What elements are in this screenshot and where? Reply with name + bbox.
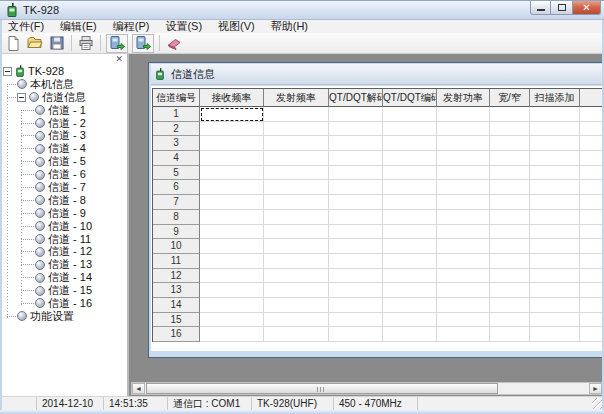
row-number-cell[interactable]: 3 xyxy=(153,136,200,151)
wide-narrow-cell[interactable] xyxy=(490,210,530,225)
row-number-cell[interactable]: 2 xyxy=(153,122,200,137)
compander-cell[interactable] xyxy=(580,269,604,284)
tx-power-cell[interactable] xyxy=(437,210,490,225)
title-bar[interactable]: TK-928 ✕ xyxy=(0,0,604,20)
qt-dqt-encode-cell[interactable] xyxy=(383,136,437,151)
tree-item[interactable]: 信道 - 15 xyxy=(0,284,127,297)
qt-dqt-encode-cell[interactable] xyxy=(383,239,437,254)
qt-dqt-encode-cell[interactable] xyxy=(383,269,437,284)
qt-dqt-encode-cell[interactable] xyxy=(383,195,437,210)
qt-dqt-encode-cell[interactable] xyxy=(383,225,437,240)
rx-frequency-cell[interactable] xyxy=(200,269,264,284)
compander-cell[interactable] xyxy=(580,239,604,254)
wide-narrow-cell[interactable] xyxy=(490,136,530,151)
tx-power-cell[interactable] xyxy=(437,195,490,210)
rx-frequency-cell[interactable] xyxy=(200,298,264,313)
tx-power-cell[interactable] xyxy=(437,180,490,195)
tx-frequency-cell[interactable] xyxy=(264,210,329,225)
menu-item[interactable]: 设置(S) xyxy=(157,20,210,33)
scan-add-cell[interactable] xyxy=(530,225,580,240)
tree-item[interactable]: 信道 - 12 xyxy=(0,245,127,258)
row-number-cell[interactable]: 14 xyxy=(153,298,200,313)
wide-narrow-cell[interactable] xyxy=(490,151,530,166)
collapse-minus-icon[interactable] xyxy=(17,93,26,102)
print-button[interactable] xyxy=(75,34,97,53)
wide-narrow-cell[interactable] xyxy=(490,122,530,137)
tree-item[interactable]: 信道 - 11 xyxy=(0,233,127,246)
rx-frequency-cell[interactable] xyxy=(200,166,264,181)
compander-cell[interactable] xyxy=(580,298,604,313)
compander-cell[interactable] xyxy=(580,195,604,210)
tree-item[interactable]: 信道 - 8 xyxy=(0,194,127,207)
rx-frequency-cell[interactable] xyxy=(200,136,264,151)
row-number-cell[interactable]: 13 xyxy=(153,283,200,298)
menu-item[interactable]: 帮助(H) xyxy=(263,20,316,33)
scan-add-cell[interactable] xyxy=(530,166,580,181)
scan-add-cell[interactable] xyxy=(530,327,580,342)
qt-dqt-encode-cell[interactable] xyxy=(383,298,437,313)
save-file-button[interactable] xyxy=(46,34,68,53)
qt-dqt-encode-cell[interactable] xyxy=(383,180,437,195)
wide-narrow-cell[interactable] xyxy=(490,166,530,181)
menu-item[interactable]: 文件(F) xyxy=(0,20,52,33)
scan-add-cell[interactable] xyxy=(530,107,580,122)
row-number-cell[interactable]: 12 xyxy=(153,269,200,284)
qt-dqt-decode-cell[interactable] xyxy=(329,298,383,313)
wide-narrow-cell[interactable] xyxy=(490,327,530,342)
tx-power-cell[interactable] xyxy=(437,225,490,240)
eraser-button[interactable] xyxy=(163,34,185,53)
scan-add-cell[interactable] xyxy=(530,313,580,328)
compander-cell[interactable] xyxy=(580,254,604,269)
close-button[interactable]: ✕ xyxy=(572,1,601,15)
tx-frequency-cell[interactable] xyxy=(264,239,329,254)
rx-frequency-cell[interactable] xyxy=(200,151,264,166)
scrollbar-thumb[interactable] xyxy=(146,383,498,394)
tx-power-cell[interactable] xyxy=(437,269,490,284)
qt-dqt-encode-cell[interactable] xyxy=(383,327,437,342)
compander-cell[interactable] xyxy=(580,107,604,122)
rx-frequency-cell[interactable] xyxy=(200,225,264,240)
horizontal-scrollbar[interactable]: ◄ ► xyxy=(131,382,603,395)
compander-cell[interactable] xyxy=(580,136,604,151)
tree-item[interactable]: 信道 - 1 xyxy=(0,104,127,117)
tx-power-cell[interactable] xyxy=(437,166,490,181)
qt-dqt-decode-cell[interactable] xyxy=(329,180,383,195)
new-file-button[interactable] xyxy=(2,34,24,53)
rx-frequency-cell[interactable] xyxy=(200,210,264,225)
tree-item[interactable]: 信道 - 4 xyxy=(0,142,127,155)
wide-narrow-cell[interactable] xyxy=(490,269,530,284)
scan-add-cell[interactable] xyxy=(530,180,580,195)
qt-dqt-decode-cell[interactable] xyxy=(329,313,383,328)
row-number-cell[interactable]: 8 xyxy=(153,210,200,225)
scan-add-cell[interactable] xyxy=(530,210,580,225)
row-number-cell[interactable]: 4 xyxy=(153,151,200,166)
tx-frequency-cell[interactable] xyxy=(264,283,329,298)
collapse-minus-icon[interactable] xyxy=(3,67,12,76)
wide-narrow-cell[interactable] xyxy=(490,180,530,195)
wide-narrow-cell[interactable] xyxy=(490,195,530,210)
rx-frequency-cell[interactable] xyxy=(200,327,264,342)
tx-frequency-cell[interactable] xyxy=(264,254,329,269)
row-number-cell[interactable]: 7 xyxy=(153,195,200,210)
compander-cell[interactable] xyxy=(580,210,604,225)
qt-dqt-decode-cell[interactable] xyxy=(329,283,383,298)
qt-dqt-decode-cell[interactable] xyxy=(329,225,383,240)
write-to-radio-button[interactable] xyxy=(132,34,154,53)
tx-frequency-cell[interactable] xyxy=(264,225,329,240)
scan-add-cell[interactable] xyxy=(530,283,580,298)
qt-dqt-decode-cell[interactable] xyxy=(329,239,383,254)
rx-frequency-cell[interactable] xyxy=(200,313,264,328)
qt-dqt-decode-cell[interactable] xyxy=(329,195,383,210)
menu-item[interactable]: 编辑(E) xyxy=(52,20,105,33)
tree-item[interactable]: 信道 - 16 xyxy=(0,297,127,310)
tx-power-cell[interactable] xyxy=(437,122,490,137)
qt-dqt-decode-cell[interactable] xyxy=(329,107,383,122)
qt-dqt-decode-cell[interactable] xyxy=(329,269,383,284)
qt-dqt-decode-cell[interactable] xyxy=(329,327,383,342)
compander-cell[interactable] xyxy=(580,313,604,328)
scan-add-cell[interactable] xyxy=(530,269,580,284)
row-number-cell[interactable]: 1 xyxy=(153,107,200,122)
tree-item[interactable]: 信道 - 10 xyxy=(0,220,127,233)
child-window-titlebar[interactable]: 信道信息 xyxy=(151,64,604,85)
menu-item[interactable]: 视图(V) xyxy=(210,20,263,33)
